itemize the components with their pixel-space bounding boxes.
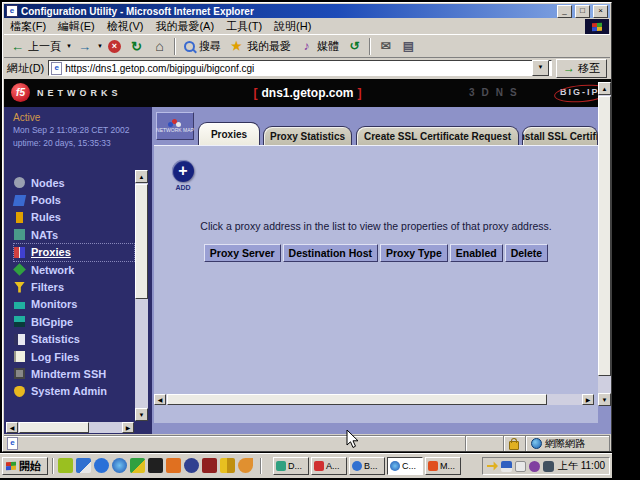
scroll-right-icon[interactable]: ▶ (122, 422, 134, 433)
address-input[interactable] (65, 62, 529, 75)
print-button[interactable]: ▤ (397, 38, 420, 55)
media-icon: ♪ (299, 39, 314, 54)
tray-icon-2[interactable] (501, 461, 512, 472)
quick-launch-icon-1[interactable] (58, 458, 73, 473)
column-proxy-type[interactable]: Proxy Type (380, 244, 448, 262)
tab-install-ssl-certificate[interactable]: Install SSL Certific (522, 126, 598, 145)
standard-toolbar: ← 上一頁 ▼ → ▼ × ↻ ⌂ 搜尋 ★ 我 (4, 34, 610, 57)
mail-button[interactable]: ✉ (374, 38, 397, 55)
quick-launch-icon-10[interactable] (220, 458, 235, 473)
menu-edit[interactable]: 編輯(E) (52, 19, 101, 34)
sidebar-scrollbar[interactable]: ▲ ▼ (135, 170, 148, 421)
task-button-4-active[interactable]: C... (387, 457, 423, 475)
scrollbar-thumb[interactable] (598, 96, 611, 376)
status-bar: e 網際網路 (4, 435, 610, 451)
tray-icon-4[interactable] (529, 461, 540, 472)
tab-create-ssl-certificate-request[interactable]: Create SSL Certificate Request (356, 126, 519, 145)
sidebar-item-rules[interactable]: Rules (14, 209, 134, 226)
tab-proxy-statistics[interactable]: Proxy Statistics (263, 126, 352, 145)
menu-help[interactable]: 說明(H) (268, 19, 317, 34)
scrollbar-thumb[interactable] (135, 184, 148, 299)
sidebar-item-system-admin[interactable]: System Admin (14, 383, 134, 400)
home-icon: ⌂ (152, 39, 167, 54)
task-icon (428, 461, 438, 471)
search-button[interactable]: 搜尋 (179, 38, 225, 55)
close-button[interactable]: × (593, 5, 608, 18)
quick-launch-icon-5[interactable] (130, 458, 145, 473)
column-enabled[interactable]: Enabled (450, 244, 503, 262)
toolbar-divider (369, 38, 371, 55)
back-button[interactable]: ← 上一頁 (6, 38, 65, 55)
scrollbar-thumb[interactable] (167, 394, 547, 405)
sidebar-item-nats[interactable]: NATs (14, 226, 134, 243)
add-proxy-button[interactable]: + (172, 160, 194, 182)
scroll-down-icon[interactable]: ▼ (598, 393, 611, 406)
windows-flag-icon (6, 462, 16, 471)
menu-bar: 檔案(F) 編輯(E) 檢視(V) 我的最愛(A) 工具(T) 說明(H) (4, 19, 317, 34)
quick-launch-icon-9[interactable] (202, 458, 217, 473)
maximize-button[interactable]: □ (575, 5, 590, 18)
address-dropdown[interactable]: ▼ (532, 60, 549, 76)
pools-icon (13, 195, 26, 206)
sidebar-item-network[interactable]: Network (14, 261, 134, 278)
sidebar-hscrollbar[interactable]: ◀ ▶ (6, 422, 134, 433)
sidebar-item-proxies[interactable]: Proxies (14, 244, 134, 261)
tray-icon-3[interactable] (515, 461, 526, 472)
column-proxy-server[interactable]: Proxy Server (204, 244, 281, 262)
go-button[interactable]: → 移至 (556, 59, 607, 78)
forward-dropdown[interactable]: ▼ (96, 43, 104, 49)
quick-launch-icon-6[interactable] (148, 458, 163, 473)
tray-icon-5[interactable] (543, 461, 554, 472)
main-scrollbar[interactable]: ▲ ▼ (598, 82, 611, 406)
address-label: 網址(D) (7, 61, 44, 76)
menu-favorites[interactable]: 我的最愛(A) (149, 19, 220, 34)
sidebar-item-mindterm-ssh[interactable]: Mindterm SSH (14, 365, 134, 382)
sidebar-item-nodes[interactable]: Nodes (14, 174, 134, 191)
scroll-down-icon[interactable]: ▼ (135, 408, 148, 421)
menu-view[interactable]: 檢視(V) (101, 19, 150, 34)
scroll-right-icon[interactable]: ▶ (582, 394, 594, 405)
scroll-left-icon[interactable]: ◀ (154, 394, 166, 405)
scroll-up-icon[interactable]: ▲ (598, 82, 611, 95)
main-hscrollbar[interactable]: ◀ ▶ (154, 394, 594, 405)
quick-launch-icon-3[interactable] (94, 458, 109, 473)
back-dropdown[interactable]: ▼ (65, 43, 73, 49)
quick-launch-icon-4[interactable] (112, 458, 127, 473)
stop-button[interactable]: × (104, 39, 125, 54)
zone-label: 網際網路 (545, 437, 585, 451)
sidebar-item-log-files[interactable]: Log Files (14, 348, 134, 365)
sidebar-item-monitors[interactable]: Monitors (14, 296, 134, 313)
history-button[interactable]: ↺ (343, 38, 366, 55)
home-button[interactable]: ⌂ (148, 38, 171, 55)
quick-launch-icon-8[interactable] (184, 458, 199, 473)
scroll-left-icon[interactable]: ◀ (6, 422, 18, 433)
tray-icon-1[interactable] (487, 461, 498, 472)
quick-launch-icon-2[interactable] (76, 458, 91, 473)
sidebar-item-bigpipe[interactable]: BIGpipe (14, 313, 134, 330)
sidebar-item-filters[interactable]: Filters (14, 278, 134, 295)
refresh-button[interactable]: ↻ (125, 38, 148, 55)
favorites-button[interactable]: ★ 我的最愛 (225, 38, 295, 55)
start-button[interactable]: 開始 (2, 457, 48, 475)
forward-button[interactable]: → (73, 38, 96, 55)
column-destination-host[interactable]: Destination Host (283, 244, 378, 262)
column-delete[interactable]: Delete (505, 244, 549, 262)
task-button-2[interactable]: A... (311, 457, 347, 475)
scroll-up-icon[interactable]: ▲ (135, 170, 148, 183)
sidebar-item-statistics[interactable]: Statistics (14, 331, 134, 348)
quick-launch-icon-7[interactable] (166, 458, 181, 473)
sidebar-item-pools[interactable]: Pools (14, 191, 134, 208)
menu-file[interactable]: 檔案(F) (4, 19, 52, 34)
media-button[interactable]: ♪ 媒體 (295, 38, 343, 55)
task-button-3[interactable]: B... (349, 457, 385, 475)
tab-proxies[interactable]: Proxies (198, 122, 260, 145)
scrollbar-thumb[interactable] (19, 422, 89, 433)
minimize-button[interactable]: _ (557, 5, 572, 18)
quick-launch-icon-11[interactable] (238, 458, 253, 473)
print-icon: ▤ (401, 39, 416, 54)
menu-tools[interactable]: 工具(T) (220, 19, 268, 34)
mail-icon: ✉ (378, 39, 393, 54)
task-button-1[interactable]: D... (273, 457, 309, 475)
network-map-button[interactable]: NETWORK MAP (156, 112, 194, 140)
task-button-5[interactable]: M... (425, 457, 461, 475)
